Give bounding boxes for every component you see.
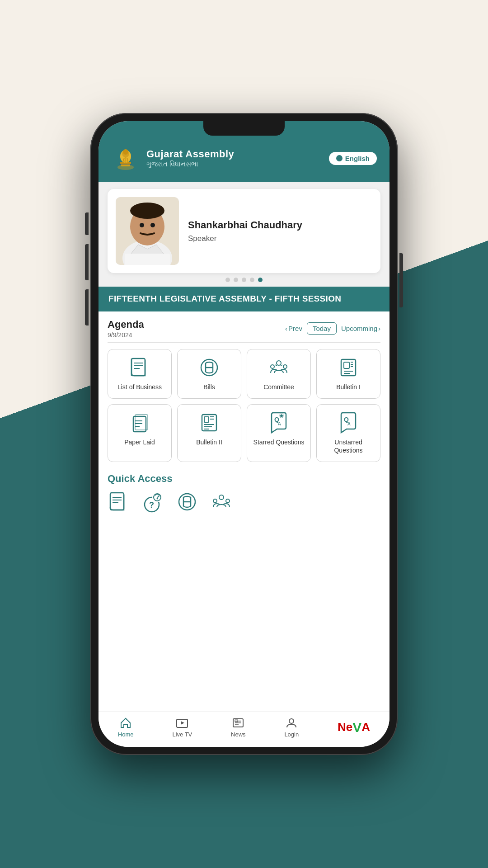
quick-access-bills[interactable] (176, 491, 198, 513)
news-icon (232, 717, 244, 729)
svg-point-69 (213, 499, 217, 503)
bulletin-ii-label: Bulletin II (196, 438, 222, 446)
svg-point-63 (157, 498, 158, 500)
quick-book-icon (108, 491, 129, 513)
list-of-business-label: List of Business (117, 383, 162, 391)
unstarred-questions-icon: Q A (338, 412, 359, 434)
starred-questions-icon: Q A (268, 412, 290, 434)
header-title-gujarati: ગુજરાત વિધાનસભા (146, 160, 234, 168)
tv-icon (176, 717, 188, 729)
bulletin-ii-icon (198, 412, 220, 434)
bulletin-i-card[interactable]: Bulletin I (316, 349, 380, 399)
home-label: Home (118, 731, 134, 738)
nav-live-tv[interactable]: Live TV (172, 717, 192, 738)
bulletin-i-label: Bulletin I (336, 383, 361, 391)
chevron-right-icon: › (378, 325, 380, 332)
bottom-navigation: Home Live TV News (99, 712, 389, 747)
neva-a: A (361, 720, 370, 734)
book-icon (129, 357, 150, 378)
agenda-divider (108, 342, 380, 343)
committee-card[interactable]: Committee (247, 349, 311, 399)
today-label: Today (313, 325, 331, 332)
svg-point-15 (150, 223, 155, 227)
carousel-dots (108, 278, 380, 282)
nav-login[interactable]: Login (284, 717, 299, 738)
lang-label: English (345, 155, 370, 162)
upcoming-button[interactable]: Upcomming › (341, 325, 380, 332)
dot-5[interactable] (258, 278, 263, 282)
emblem-icon (111, 144, 140, 173)
today-button[interactable]: Today (307, 322, 337, 335)
paper-laid-label: Paper Laid (124, 438, 155, 446)
dot-2[interactable] (234, 278, 238, 282)
paper-laid-icon (129, 412, 150, 434)
prev-button[interactable]: ‹ Prev (285, 325, 302, 332)
bills-icon (198, 357, 220, 378)
svg-marker-72 (181, 721, 184, 725)
svg-text:A: A (347, 421, 351, 426)
upcoming-label: Upcomming (341, 325, 377, 332)
agenda-date: 9/9/2024 (108, 331, 144, 339)
svg-rect-9 (119, 164, 132, 165)
svg-point-25 (277, 361, 281, 365)
svg-text:?: ? (149, 500, 154, 509)
header-title: Gujarat Assembly ગુજરાત વિધાનસભા (146, 148, 234, 168)
carousel-section: Shankarbhai Chaudhary Speaker (99, 182, 389, 287)
starred-questions-label: Starred Questions (253, 438, 305, 446)
session-banner-text: FIFTEENTH LEGISLATIVE ASSEMBLY - FIFTH S… (108, 293, 380, 305)
bills-label: Bills (203, 383, 215, 391)
nav-home[interactable]: Home (118, 717, 134, 738)
quick-committee-icon (211, 491, 232, 513)
starred-questions-card[interactable]: Q A Starred Questions (247, 404, 311, 462)
quick-access-committee[interactable] (211, 491, 232, 513)
bulletin-i-icon (338, 357, 359, 378)
list-of-business-card[interactable]: List of Business (108, 349, 172, 399)
prev-label: Prev (288, 325, 302, 332)
agenda-icon-grid: List of Business Bills (108, 349, 380, 462)
svg-point-26 (271, 365, 274, 368)
svg-rect-16 (125, 254, 170, 265)
nav-news[interactable]: News (231, 717, 246, 738)
quick-access-question[interactable]: ? (142, 491, 164, 513)
agenda-title: Agenda (108, 319, 144, 330)
session-banner: FIFTEENTH LEGISLATIVE ASSEMBLY - FIFTH S… (99, 287, 389, 311)
svg-point-5 (123, 149, 128, 155)
login-label: Login (284, 731, 299, 738)
news-label: News (231, 731, 246, 738)
committee-icon (268, 357, 290, 378)
speaker-avatar-svg (116, 197, 179, 265)
agenda-header: Agenda 9/9/2024 ‹ Prev Today Upcomming › (108, 311, 380, 342)
nav-neva[interactable]: N e V A (338, 720, 370, 735)
quick-access-book[interactable] (108, 491, 129, 513)
bulletin-ii-card[interactable]: Bulletin II (177, 404, 241, 462)
speaker-role: Speaker (188, 234, 372, 243)
agenda-left: Agenda 9/9/2024 (108, 319, 144, 339)
dot-4[interactable] (250, 278, 254, 282)
chevron-left-icon: ‹ (285, 325, 287, 332)
bills-card[interactable]: Bills (177, 349, 241, 399)
header-brand: Gujarat Assembly ગુજરાત વિધાનસભા (111, 144, 234, 173)
neva-e: e (346, 720, 352, 734)
svg-point-68 (219, 495, 224, 500)
speaker-photo (116, 197, 179, 265)
svg-line-29 (281, 365, 282, 366)
main-content: Agenda 9/9/2024 ‹ Prev Today Upcomming › (99, 311, 389, 712)
quick-access-title: Quick Access (108, 473, 380, 485)
svg-point-14 (140, 223, 144, 227)
dot-1[interactable] (225, 278, 230, 282)
person-icon (285, 717, 298, 729)
language-toggle-button[interactable]: English (329, 152, 377, 165)
notch (203, 121, 285, 136)
home-icon (119, 717, 132, 729)
quick-question-icon: ? (142, 491, 164, 513)
neva-v: V (352, 720, 361, 735)
dot-3[interactable] (242, 278, 246, 282)
lang-dot-icon (336, 155, 343, 161)
svg-point-27 (283, 365, 287, 368)
svg-line-28 (275, 365, 277, 366)
agenda-nav: ‹ Prev Today Upcomming › (285, 322, 380, 335)
paper-laid-card[interactable]: Paper Laid (108, 404, 172, 462)
unstarred-questions-card[interactable]: Q A Unstarred Questions (316, 404, 380, 462)
neva-n: N (338, 720, 346, 734)
svg-rect-55 (110, 493, 124, 510)
